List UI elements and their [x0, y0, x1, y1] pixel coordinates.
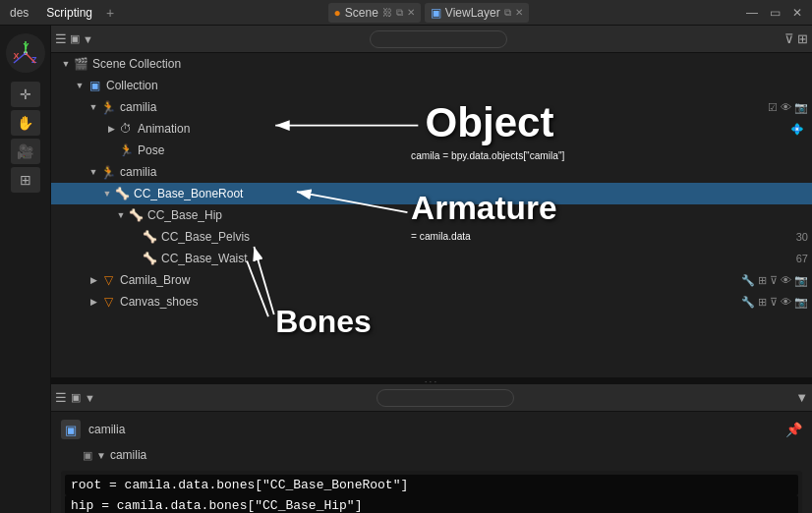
filter-settings-icon: ⊞ [797, 31, 808, 46]
bottom-filter-icon[interactable]: ▼ [795, 390, 808, 405]
arrow-scene-collection: ▼ [59, 57, 73, 71]
label-boneroot: CC_Base_BoneRoot [134, 187, 812, 200]
tree-item-animation[interactable]: ▶ ⏱ Animation 💠 [51, 118, 812, 140]
menu-item-scripting[interactable]: Scripting [42, 4, 96, 22]
hand-tool[interactable]: ✋ [11, 110, 40, 136]
viewport-mini: X Y Z [6, 33, 45, 73]
tree-item-canvas-shoes[interactable]: ▶ ▽ Canvas_shoes 🔧 ⊞ ⊽ 👁 📷 [51, 291, 812, 313]
brow-icon3[interactable]: ⊽ [770, 274, 778, 287]
shoes-eye-icon[interactable]: 👁 [781, 296, 791, 308]
label-waist: CC_Base_Waist [161, 252, 796, 265]
maximize-btn[interactable]: ▭ [766, 6, 784, 20]
vl-close-icon[interactable]: ✕ [515, 7, 523, 18]
bottom-list-icon[interactable]: ☰ [55, 390, 67, 405]
label-scene-collection: Scene Collection [92, 57, 812, 71]
tree-item-cc-base-boneroot[interactable]: ▼ 🦴 CC_Base_BoneRoot [51, 183, 812, 204]
menu-bar: des Scripting + ● Scene ⛓ ⧉ ✕ ▣ ViewLaye… [0, 0, 812, 26]
label-hip: CC_Base_Hip [147, 208, 812, 222]
bottom-camilia-row: ▣ ▼ camilia [61, 443, 802, 467]
icon-scene-collection: 🎬 [73, 56, 88, 72]
arrow-hip: ▼ [114, 208, 128, 222]
shoes-icon3[interactable]: ⊽ [770, 296, 778, 309]
icon-pose: 🏃 [118, 142, 134, 158]
arrow-shoes: ▶ [87, 295, 100, 309]
tree-item-camila-brow[interactable]: ▶ ▽ Camila_Brow 🔧 ⊞ ⊽ 👁 📷 [51, 269, 812, 291]
outliner-search-input[interactable] [370, 30, 507, 48]
side-tools: ✛ ✋ 🎥 ⊞ [11, 82, 40, 193]
brow-right-icons: 🔧 ⊞ ⊽ 👁 📷 [741, 274, 808, 287]
shoes-cam-icon[interactable]: 📷 [794, 296, 808, 309]
camera-tool[interactable]: 🎥 [11, 139, 40, 164]
bottom-code-block: root = camila.data.bones["CC_Base_BoneRo… [61, 471, 802, 513]
scene-copy-icon: ⧉ [396, 7, 403, 19]
outliner-area: ☰ ▣ ▼ ⊽ ⊞ ▼ 🎬 Scene C [51, 26, 812, 513]
waist-num: 67 [796, 253, 808, 264]
tab-add-button[interactable]: + [106, 5, 114, 21]
shoes-icon2[interactable]: ⊞ [758, 296, 767, 309]
outliner-toolbar-icons: ☰ ▣ ▼ [55, 31, 93, 46]
tree-item-pose[interactable]: ▶ 🏃 Pose [51, 140, 812, 161]
arrow-boneroot: ▼ [100, 187, 114, 200]
scene-selector[interactable]: ● Scene ⛓ ⧉ ✕ [328, 3, 421, 23]
icon-hip: 🦴 [128, 207, 144, 223]
scene-close-icon[interactable]: ✕ [407, 7, 415, 18]
view-layer-label: ViewLayer [445, 6, 500, 20]
tree-item-scene-collection[interactable]: ▼ 🎬 Scene Collection [51, 53, 812, 75]
tree-item-camilia-obj[interactable]: ▼ 🏃 camilia ☑ 👁 📷 [51, 96, 812, 118]
camilia-eye-icon[interactable]: 👁 [781, 101, 791, 113]
icon-waist: 🦴 [142, 251, 157, 266]
brow-cam-icon[interactable]: 📷 [794, 274, 808, 287]
axis-svg [6, 33, 45, 73]
animation-extra-icon: 💠 [790, 123, 804, 136]
outliner-display-icon[interactable]: ▼ [83, 33, 93, 45]
bottom-search-input[interactable] [377, 389, 514, 407]
arrow-camilia-obj: ▼ [87, 100, 100, 114]
camilia-cam-icon[interactable]: 📷 [794, 101, 808, 114]
view-layer-selector[interactable]: ▣ ViewLayer ⧉ ✕ [425, 3, 529, 23]
tree-item-cc-base-pelvis[interactable]: ▶ 🦴 CC_Base_Pelvis 30 [51, 226, 812, 248]
label-collection: Collection [106, 79, 812, 92]
minimize-btn[interactable]: — [742, 6, 762, 20]
camilia-check-icon[interactable]: ☑ [768, 101, 778, 114]
icon-pelvis: 🦴 [142, 229, 157, 245]
menu-item-des[interactable]: des [6, 4, 32, 22]
brow-eye-icon[interactable]: 👁 [781, 274, 791, 286]
move-tool[interactable]: ✛ [11, 82, 40, 107]
shoes-icon1[interactable]: 🔧 [741, 296, 755, 309]
icon-boneroot: 🦴 [114, 186, 130, 201]
label-pose: Pose [138, 143, 812, 157]
close-btn[interactable]: ✕ [788, 6, 806, 20]
bottom-search-bar [99, 389, 791, 407]
tree-item-camilia-arm[interactable]: ▼ 🏃 camilia [51, 161, 812, 183]
icon-camilia-arm: 🏃 [100, 164, 116, 180]
arrow-animation: ▶ [104, 122, 118, 136]
header-right: — ▭ ✕ [742, 6, 806, 20]
bottom-view-icon[interactable]: ▣ [71, 391, 81, 404]
bottom-dropdown-icon[interactable]: ▼ [85, 392, 95, 404]
vl-copy-icon: ⧉ [504, 7, 511, 19]
header-center: ● Scene ⛓ ⧉ ✕ ▣ ViewLayer ⧉ ✕ [328, 3, 529, 23]
bottom-panel: ☰ ▣ ▼ ▼ ▣ camilia 📌 [51, 384, 812, 513]
left-viewport-toolbar: X Y Z ✛ ✋ 🎥 ⊞ [0, 26, 51, 513]
brow-icon1[interactable]: 🔧 [741, 274, 755, 287]
bottom-cam-view-icon: ▣ [83, 449, 92, 462]
label-brow: Camila_Brow [120, 273, 741, 287]
outliner-header: ☰ ▣ ▼ ⊽ ⊞ [51, 26, 812, 53]
tree-item-cc-base-hip[interactable]: ▼ 🦴 CC_Base_Hip [51, 204, 812, 226]
label-camilia-obj: camilia [120, 100, 768, 114]
outliner-list-icon[interactable]: ☰ [55, 31, 67, 46]
bottom-cam-label: camilia [110, 448, 146, 462]
outliner-search-bar [97, 30, 781, 48]
outliner-view-icon[interactable]: ▣ [70, 32, 80, 45]
bottom-obj-row: ▣ camilia 📌 [61, 418, 802, 441]
scene-label: Scene [345, 6, 378, 20]
brow-icon2[interactable]: ⊞ [758, 274, 767, 287]
label-shoes: Canvas_shoes [120, 295, 741, 309]
svg-line-2 [14, 53, 26, 63]
grid-tool[interactable]: ⊞ [11, 167, 40, 193]
tree-item-collection[interactable]: ▼ ▣ Collection [51, 75, 812, 96]
bottom-pin-icon[interactable]: 📌 [785, 422, 802, 437]
tree-item-cc-base-waist[interactable]: ▶ 🦴 CC_Base_Waist 67 [51, 248, 812, 269]
outliner-filter[interactable]: ⊽ ⊞ [784, 31, 808, 46]
icon-camilia-obj: 🏃 [100, 99, 116, 115]
